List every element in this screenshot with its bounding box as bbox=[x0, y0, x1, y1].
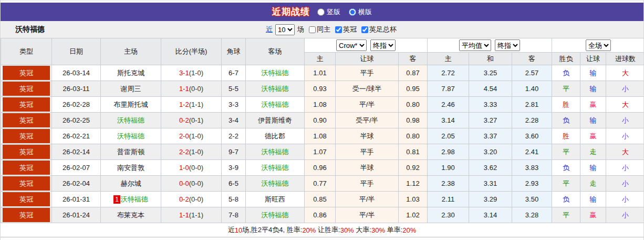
result-handicap-cell: 赢 bbox=[580, 128, 606, 144]
league-badge[interactable]: 英冠 bbox=[3, 97, 50, 112]
result-goals-cell: 大 bbox=[606, 65, 644, 81]
near-link[interactable]: 近 bbox=[266, 25, 273, 34]
odds-company-select[interactable]: Crow* bbox=[336, 39, 367, 51]
avg-draw-odds: 3.25 bbox=[469, 65, 512, 81]
home-team[interactable]: 沃特福德 bbox=[117, 116, 144, 124]
final-odds-select-2[interactable]: 终指 bbox=[495, 39, 520, 51]
vertical-radio-icon[interactable] bbox=[317, 8, 325, 16]
page-title: 近期战绩 bbox=[272, 6, 310, 18]
away-team[interactable]: 沃特福德 bbox=[262, 164, 289, 172]
filter-controls: 近 10 场 同主 英冠 英足总杯 bbox=[266, 21, 397, 38]
result-wdl: 平 bbox=[563, 179, 569, 187]
crow-home-odds: 0.96 bbox=[305, 160, 336, 176]
away-team[interactable]: 沃特福德 bbox=[262, 101, 289, 108]
summary-segment: 让胜率: bbox=[316, 225, 340, 235]
recent-results-panel: 近期战绩 竖版 横版 沃特福德 近 10 场 同主 bbox=[0, 0, 644, 240]
vertical-radio-label: 竖版 bbox=[327, 7, 340, 17]
summary-segment: 场,胜2平4负4, 胜率: bbox=[242, 225, 302, 235]
horizontal-radio-icon[interactable] bbox=[349, 8, 356, 16]
table-row: 英冠 26-02-07 南安普敦 1-0(0-0) 3-9 沃特福德 0.96 … bbox=[1, 160, 644, 176]
result-goals: 小 bbox=[622, 179, 629, 187]
home-team[interactable]: 布莱克本 bbox=[117, 211, 144, 219]
result-goals-cell: 小 bbox=[606, 128, 644, 144]
avg-draw-odds: 3.14 bbox=[469, 207, 512, 223]
radio-vertical-layout[interactable]: 竖版 bbox=[317, 7, 340, 17]
layout-switch: 竖版 横版 bbox=[317, 7, 372, 17]
result-goals: 小 bbox=[622, 164, 629, 172]
full-match-select[interactable]: 全场 bbox=[586, 39, 611, 51]
avg-away-odds: 2.28 bbox=[512, 113, 552, 128]
crow-away-odds: 0.80 bbox=[399, 97, 428, 113]
corners: 6-5 bbox=[222, 176, 246, 192]
avg-draw-odds: 3.37 bbox=[469, 128, 512, 144]
home-team[interactable]: 沃特福德 bbox=[121, 195, 148, 203]
radio-horizontal-layout[interactable]: 横版 bbox=[349, 7, 372, 17]
league-badge[interactable]: 英冠 bbox=[3, 113, 50, 127]
final-odds-select-1[interactable]: 终指 bbox=[370, 39, 396, 51]
home-team[interactable]: 沃特福德 bbox=[117, 132, 144, 140]
match-date: 26-03-11 bbox=[52, 81, 101, 97]
league-badge[interactable]: 英冠 bbox=[3, 176, 50, 191]
home-team[interactable]: 南安普敦 bbox=[117, 164, 144, 172]
summary-bar: 近10场,胜2平4负4, 胜率:20% 让胜率:30% 大率:30% 单率:20… bbox=[1, 223, 643, 237]
summary-segment: 30% bbox=[371, 226, 385, 234]
average-select[interactable]: 平均值 bbox=[459, 39, 491, 51]
away-team-cell: 沃特福德 bbox=[246, 81, 305, 97]
away-team[interactable]: 沃特福德 bbox=[262, 85, 289, 93]
result-wdl: 负 bbox=[563, 195, 569, 203]
home-team-cell: 布莱克本 bbox=[101, 207, 161, 223]
away-team[interactable]: 斯旺西 bbox=[265, 195, 285, 203]
league-badge[interactable]: 英冠 bbox=[3, 161, 50, 175]
away-team[interactable]: 德比郡 bbox=[265, 132, 285, 140]
result-wdl: 负 bbox=[563, 116, 569, 124]
corners: 2-2 bbox=[222, 128, 246, 144]
league-badge[interactable]: 英冠 bbox=[3, 192, 50, 206]
result-wdl: 平 bbox=[563, 148, 569, 156]
result-wdl-cell: 负 bbox=[552, 113, 580, 128]
league-badge[interactable]: 英冠 bbox=[3, 82, 50, 96]
result-wdl: 负 bbox=[563, 164, 569, 172]
away-team[interactable]: 沃特福德 bbox=[262, 179, 289, 187]
result-wdl-cell: 平 bbox=[552, 176, 580, 192]
home-team[interactable]: 谢周三 bbox=[121, 85, 141, 93]
crow-away-odds: 0.80 bbox=[399, 128, 428, 144]
table-row: 英冠 26-01-31 1沃特福德 0-2(0-0) 5-8 斯旺西 0.85 … bbox=[1, 192, 644, 207]
cup-checkbox-label[interactable]: 英足总杯 bbox=[358, 25, 397, 34]
header-type: 类型 bbox=[1, 38, 52, 65]
away-team[interactable]: 沃特福德 bbox=[262, 211, 289, 219]
league-checkbox[interactable] bbox=[335, 26, 342, 33]
league-cell: 英冠 bbox=[1, 97, 52, 113]
fulltime-score: 1-1 bbox=[179, 85, 189, 93]
away-team[interactable]: 沃特福德 bbox=[262, 69, 289, 77]
avg-home-odds: 2.11 bbox=[428, 192, 469, 207]
avg-home-odds: 2.46 bbox=[428, 97, 469, 113]
match-date: 26-02-28 bbox=[52, 97, 101, 113]
league-badge[interactable]: 英冠 bbox=[3, 129, 50, 143]
away-team[interactable]: 伊普斯维奇 bbox=[258, 116, 292, 124]
table-row: 英冠 26-02-25 沃特福德 0-2(0-1) 3-4 伊普斯维奇 0.90… bbox=[1, 113, 644, 128]
result-goals: 大 bbox=[622, 148, 629, 156]
result-wdl-cell: 胜 bbox=[552, 128, 580, 144]
same-home-checkbox[interactable] bbox=[309, 26, 316, 33]
header-corners: 角球 bbox=[222, 38, 246, 65]
same-home-checkbox-label[interactable]: 同主 bbox=[306, 25, 330, 34]
cup-checkbox[interactable] bbox=[361, 26, 368, 33]
result-goals: 小 bbox=[622, 195, 629, 203]
result-handicap-cell: 走 bbox=[580, 176, 606, 192]
match-score: 0-2(0-0) bbox=[161, 192, 222, 207]
away-team-cell: 沃特福德 bbox=[246, 207, 305, 223]
recent-count-select[interactable]: 10 bbox=[275, 24, 295, 35]
away-team[interactable]: 沃特福德 bbox=[262, 148, 289, 156]
league-badge[interactable]: 英冠 bbox=[3, 145, 50, 159]
home-team[interactable]: 斯托克城 bbox=[117, 69, 144, 77]
league-checkbox-label[interactable]: 英冠 bbox=[332, 25, 357, 34]
corners: 9-7 bbox=[222, 144, 246, 160]
home-team[interactable]: 布里斯托城 bbox=[114, 101, 148, 108]
result-wdl-cell: 胜 bbox=[552, 97, 580, 113]
home-team[interactable]: 赫尔城 bbox=[121, 179, 141, 187]
away-team-cell: 沃特福德 bbox=[246, 176, 305, 192]
home-team-cell: 沃特福德 bbox=[101, 128, 161, 144]
home-team[interactable]: 普雷斯顿 bbox=[117, 148, 144, 156]
league-badge[interactable]: 英冠 bbox=[3, 66, 50, 80]
league-badge[interactable]: 英冠 bbox=[3, 208, 50, 222]
